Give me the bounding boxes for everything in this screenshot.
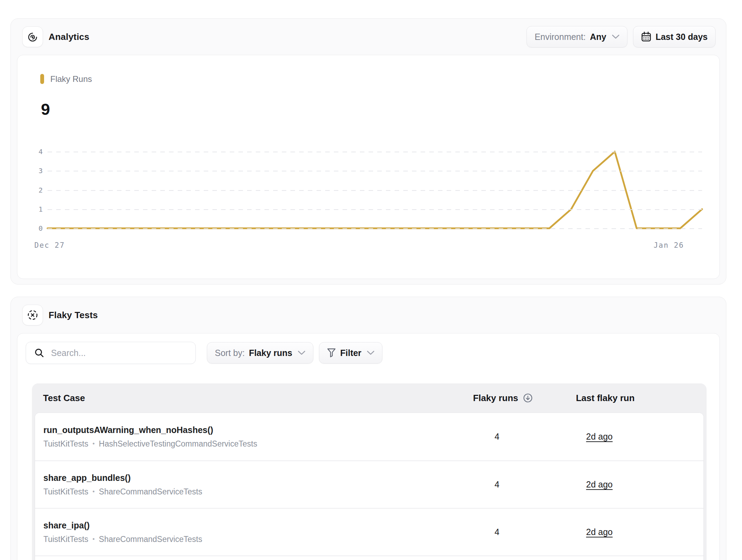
y-tick-label: 1 (25, 205, 43, 213)
search-box[interactable] (26, 342, 196, 364)
environment-select[interactable]: Environment: Any (526, 26, 627, 48)
flaky-runs-chart-card: Flaky Runs 9 43210 Dec 27 Jan 26 (17, 55, 720, 279)
column-header-last-flaky-run: Last flaky run (543, 393, 668, 404)
y-tick-label: 2 (25, 186, 43, 194)
table-controls: Sort by: Flaky runs Filter (26, 342, 711, 364)
chevron-down-icon (612, 34, 619, 39)
y-tick-label: 3 (25, 167, 43, 175)
test-case-location: TuistKitTests • ShareCommandServiceTests (43, 535, 457, 544)
table-row[interactable]: run_outputsAWarning_when_noHashes() Tuis… (35, 413, 703, 460)
calendar-icon (641, 31, 651, 42)
search-icon (34, 348, 44, 358)
sort-by-value: Flaky runs (249, 348, 292, 358)
chevron-down-icon (298, 350, 305, 355)
x-axis-end-label: Jan 26 (654, 241, 684, 249)
sort-by-label: Sort by: (215, 348, 245, 358)
last-flaky-run-link[interactable]: 2d ago (586, 527, 613, 537)
test-case-location: TuistKitTests • ShareCommandServiceTests (43, 487, 457, 497)
flaky-tests-card: Flaky Tests Sort by: Flaky runs (10, 297, 726, 560)
environment-value: Any (590, 32, 606, 42)
test-case-location: TuistKitTests • HashSelectiveTestingComm… (43, 439, 457, 449)
test-case-name: share_app_bundles() (43, 473, 457, 483)
chevron-down-icon (367, 350, 374, 355)
analytics-icon (22, 26, 43, 47)
flaky-runs-count: 4 (457, 527, 537, 537)
date-range-button[interactable]: Last 30 days (633, 26, 716, 48)
sort-by-select[interactable]: Sort by: Flaky runs (207, 342, 313, 364)
date-range-label: Last 30 days (656, 32, 708, 42)
last-flaky-run-link[interactable]: 2d ago (586, 480, 613, 489)
test-suite: HashSelectiveTestingCommandServiceTests (99, 439, 257, 449)
flaky-tests-inner-card: Sort by: Flaky runs Filter Test Case (17, 333, 720, 560)
bullet-separator: • (93, 440, 95, 448)
last-flaky-run-link[interactable]: 2d ago (586, 432, 613, 441)
table-body: run_outputsAWarning_when_noHashes() Tuis… (35, 413, 704, 560)
x-axis-start-label: Dec 27 (34, 241, 65, 249)
flaky-runs-count: 4 (457, 480, 537, 490)
test-case-name: share_ipa() (43, 520, 457, 531)
test-module: TuistKitTests (43, 487, 88, 497)
test-suite: ShareCommandServiceTests (99, 535, 202, 544)
test-module: TuistKitTests (43, 439, 88, 449)
column-header-test-case: Test Case (43, 393, 463, 404)
gridline-y-4: 4 (48, 152, 702, 152)
bullet-separator: • (93, 536, 95, 543)
filter-funnel-icon (327, 348, 336, 358)
y-tick-label: 0 (25, 224, 43, 232)
column-header-flaky-runs: Flaky runs (473, 393, 518, 404)
sort-descending-icon[interactable] (523, 393, 533, 403)
flaky-tests-table: Test Case Flaky runs Last flaky run run_… (32, 383, 707, 560)
filter-label: Filter (340, 348, 361, 358)
y-tick-label: 4 (25, 147, 43, 156)
analytics-title: Analytics (49, 32, 89, 42)
flaky-runs-total: 9 (41, 100, 50, 119)
bullet-separator: • (93, 488, 95, 495)
gridline-y-0: 0 (48, 228, 702, 229)
line-chart-plot-area: 43210 (48, 152, 702, 228)
flaky-tests-title: Flaky Tests (49, 310, 98, 321)
gridline-y-1: 1 (48, 209, 702, 210)
table-row[interactable]: share_ipa() TuistKitTests • ShareCommand… (35, 508, 703, 555)
legend-marker (40, 74, 44, 84)
filter-button[interactable]: Filter (319, 342, 382, 364)
flaky-runs-count: 4 (457, 432, 537, 442)
analytics-card: Analytics Environment: Any Last 30 days … (10, 18, 726, 285)
legend-label: Flaky Runs (50, 74, 92, 84)
gridline-y-3: 3 (48, 171, 702, 171)
flaky-tests-card-header: Flaky Tests (11, 297, 726, 333)
gridline-y-2: 2 (48, 190, 702, 191)
x-axis-labels: Dec 27 Jan 26 (48, 241, 702, 249)
table-header-row: Test Case Flaky runs Last flaky run (32, 383, 707, 413)
environment-label: Environment: (534, 32, 585, 42)
test-suite: ShareCommandServiceTests (99, 487, 202, 497)
table-row-partial[interactable] (35, 555, 703, 560)
test-case-name: run_outputsAWarning_when_noHashes() (43, 425, 457, 435)
analytics-card-header: Analytics Environment: Any Last 30 days (11, 19, 726, 55)
flaky-test-icon (22, 305, 43, 325)
search-input[interactable] (50, 348, 187, 358)
chart-legend: Flaky Runs (40, 74, 92, 84)
test-module: TuistKitTests (43, 535, 88, 544)
table-row[interactable]: share_app_bundles() TuistKitTests • Shar… (35, 460, 703, 508)
